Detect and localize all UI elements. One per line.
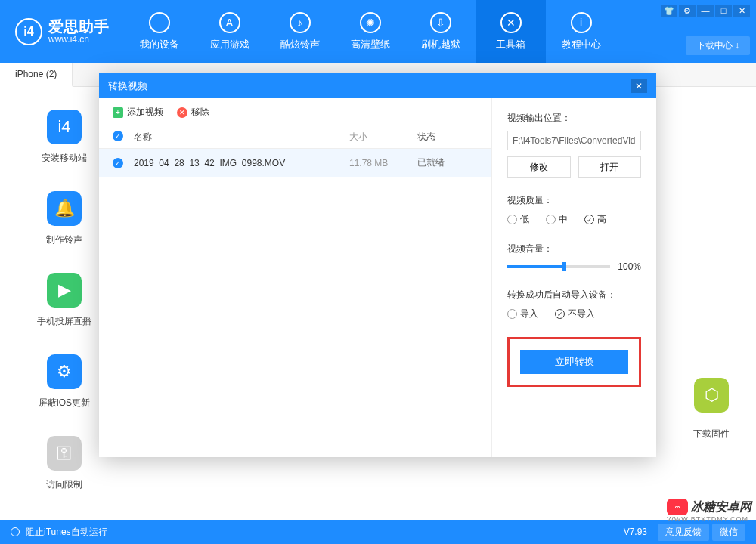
nav-my-device[interactable]: 我的设备 — [124, 0, 194, 63]
app-title: 爱思助手 — [48, 19, 109, 34]
tool-screen-cast[interactable]: ▶手机投屏直播 — [23, 273, 106, 328]
quality-mid-radio[interactable]: 中 — [546, 213, 568, 226]
tool-install-mobile[interactable]: i4安装移动端 — [23, 110, 106, 165]
modal-title: 转换视频 — [108, 79, 147, 93]
volume-value: 100% — [618, 261, 641, 272]
modify-button[interactable]: 修改 — [507, 156, 571, 178]
list-header: ✓ 名称 大小 状态 — [99, 126, 491, 149]
bell-icon: ♪ — [290, 12, 311, 33]
wechat-button[interactable]: 微信 — [712, 524, 745, 541]
logo-badge: i4 — [15, 18, 42, 45]
col-name[interactable]: 名称 — [134, 131, 349, 144]
remove-video-button[interactable]: ✕移除 — [177, 106, 209, 119]
select-all-checkbox[interactable]: ✓ — [113, 131, 123, 141]
feedback-button[interactable]: 意见反馈 — [658, 524, 709, 541]
open-button[interactable]: 打开 — [578, 156, 642, 178]
i4-icon: i4 — [47, 110, 82, 144]
import-yes-radio[interactable]: 导入 — [507, 308, 538, 320]
convert-video-modal: 转换视频 ✕ +添加视频 ✕移除 ✓ 名称 大小 状态 ✓ 2019_04_28… — [99, 73, 656, 457]
watermark: ∞ 冰糖安卓网 — [667, 499, 751, 515]
info-icon: i — [571, 12, 592, 33]
toggle-icon[interactable] — [11, 527, 20, 536]
row-filename: 2019_04_28_13_42_IMG_0998.MOV — [134, 158, 349, 168]
play-icon: ▶ — [47, 273, 82, 308]
maximize-button[interactable]: □ — [715, 5, 732, 17]
sun-icon: ✺ — [360, 12, 381, 33]
watermark-logo-icon: ∞ — [667, 499, 688, 515]
col-size[interactable]: 大小 — [349, 131, 417, 144]
apple-icon — [149, 12, 170, 33]
tool-download-firmware[interactable]: ⬡ 下载固件 — [693, 378, 730, 440]
row-checkbox[interactable]: ✓ — [113, 158, 123, 168]
video-row[interactable]: ✓ 2019_04_28_13_42_IMG_0998.MOV 11.78 MB… — [99, 149, 491, 177]
app-header: i4 爱思助手 www.i4.cn 我的设备 A应用游戏 ♪酷炫铃声 ✺高清壁纸… — [0, 0, 756, 63]
close-button[interactable]: ✕ — [733, 5, 750, 17]
logo: i4 爱思助手 www.i4.cn — [15, 18, 109, 45]
window-controls: 👕 ⚙ — □ ✕ 下载中心 ↓ — [655, 0, 756, 60]
gear-icon: ⚙ — [47, 354, 82, 389]
nav-ringtones[interactable]: ♪酷炫铃声 — [265, 0, 335, 63]
row-size: 11.78 MB — [349, 158, 417, 168]
quality-high-radio[interactable]: 高 — [584, 213, 606, 226]
watermark-url: WWW.BTXTDMY.COM — [667, 515, 748, 523]
appstore-icon: A — [219, 12, 240, 33]
volume-slider[interactable] — [507, 265, 610, 268]
convert-now-button[interactable]: 立即转换 — [520, 350, 628, 374]
x-icon: ✕ — [177, 107, 187, 118]
tools-icon: ✕ — [500, 12, 522, 33]
minimize-button[interactable]: — — [697, 5, 714, 17]
tool-access-restrict[interactable]: ⚿访问限制 — [23, 436, 106, 491]
download-icon: ⇩ — [430, 12, 451, 33]
nav-jailbreak[interactable]: ⇩刷机越狱 — [405, 0, 476, 63]
modal-close-button[interactable]: ✕ — [631, 79, 647, 93]
quality-label: 视频质量： — [507, 194, 641, 207]
status-bar: 阻止iTunes自动运行 V7.93 意见反馈 微信 — [0, 520, 756, 544]
bell-icon: 🔔 — [47, 191, 82, 226]
settings-icon[interactable]: ⚙ — [679, 5, 696, 17]
tool-make-ringtone[interactable]: 🔔制作铃声 — [23, 191, 106, 246]
nav-wallpapers[interactable]: ✺高清壁纸 — [335, 0, 405, 63]
settings-panel: 视频输出位置： 修改 打开 视频质量： 低 中 高 视频音量： — [492, 98, 656, 457]
shirt-icon[interactable]: 👕 — [661, 5, 677, 17]
version-label: V7.93 — [624, 527, 647, 537]
tool-block-ios-update[interactable]: ⚙屏蔽iOS更新 — [23, 354, 106, 410]
modal-titlebar: 转换视频 ✕ — [99, 73, 656, 98]
output-path-input[interactable] — [507, 131, 641, 150]
output-path-label: 视频输出位置： — [507, 112, 641, 125]
quality-low-radio[interactable]: 低 — [507, 213, 529, 226]
import-no-radio[interactable]: 不导入 — [555, 308, 595, 320]
tab-iphone[interactable]: iPhone (2) — [0, 63, 73, 87]
plus-icon: + — [113, 107, 123, 118]
autoimport-label: 转换成功后自动导入设备： — [507, 289, 641, 301]
col-status[interactable]: 状态 — [417, 131, 478, 144]
download-center-button[interactable]: 下载中心 ↓ — [686, 36, 750, 55]
main-nav: 我的设备 A应用游戏 ♪酷炫铃声 ✺高清壁纸 ⇩刷机越狱 ✕工具箱 i教程中心 — [124, 0, 616, 63]
key-icon: ⚿ — [47, 436, 82, 471]
row-status: 已就绪 — [417, 156, 478, 169]
volume-label: 视频音量： — [507, 243, 641, 255]
video-list-panel: +添加视频 ✕移除 ✓ 名称 大小 状态 ✓ 2019_04_28_13_42_… — [99, 98, 492, 457]
add-video-button[interactable]: +添加视频 — [113, 106, 163, 119]
nav-toolbox[interactable]: ✕工具箱 — [476, 0, 546, 63]
block-itunes-toggle[interactable]: 阻止iTunes自动运行 — [26, 526, 107, 539]
nav-tutorials[interactable]: i教程中心 — [546, 0, 616, 63]
app-subtitle: www.i4.cn — [48, 34, 109, 45]
cube-icon: ⬡ — [694, 378, 729, 413]
nav-apps-games[interactable]: A应用游戏 — [194, 0, 265, 63]
convert-highlight-box: 立即转换 — [507, 337, 641, 387]
